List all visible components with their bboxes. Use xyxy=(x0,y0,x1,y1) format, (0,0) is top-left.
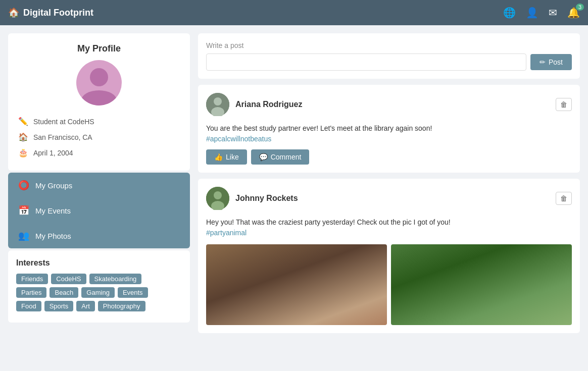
nav-item-my-photos[interactable]: 👥 My Photos xyxy=(8,223,190,248)
tag-skateboarding[interactable]: Skateboarding xyxy=(89,274,142,284)
tag-gaming[interactable]: Gaming xyxy=(81,287,115,298)
user-icon[interactable]: 👤 xyxy=(526,7,538,19)
post-actions-ariana: 👍 Like 💬 Comment xyxy=(206,149,572,165)
events-icon: 📅 xyxy=(18,205,29,216)
post-text-johnny: Hey you! That was the craziest party yes… xyxy=(206,217,572,238)
groups-icon: ⭕ xyxy=(18,180,29,191)
write-post-row: ✏ Post xyxy=(206,54,572,71)
profile-card: My Profile ✏️ Student at CodeHS 🏠 San Fr… xyxy=(8,33,190,171)
tag-codehs[interactable]: CodeHS xyxy=(51,274,86,284)
interests-card: Interests Friends CodeHS Skateboarding P… xyxy=(8,250,190,323)
tag-sports[interactable]: Sports xyxy=(44,301,74,311)
nav-item-my-groups-label: My Groups xyxy=(35,181,72,190)
avatar-body xyxy=(81,90,117,105)
globe-icon[interactable]: 🌐 xyxy=(503,7,516,19)
comment-button-ariana[interactable]: 💬 Comment xyxy=(251,149,310,165)
write-post-label: Write a post xyxy=(206,41,572,49)
post-username-ariana: Ariana Rodriguez xyxy=(235,100,302,109)
occupation-text: Student at CodeHS xyxy=(33,118,94,126)
post-header-ariana: Ariana Rodriguez 🗑 xyxy=(206,93,572,116)
avatar-ariana xyxy=(206,93,229,116)
profile-location: 🏠 San Francisco, CA xyxy=(18,129,180,145)
tag-parties[interactable]: Parties xyxy=(16,287,46,298)
post-images-johnny xyxy=(206,244,572,325)
svg-point-4 xyxy=(214,191,222,199)
home-info-icon: 🏠 xyxy=(18,132,28,142)
location-text: San Francisco, CA xyxy=(33,133,92,141)
tag-food[interactable]: Food xyxy=(16,301,41,311)
post-button-label: Post xyxy=(549,58,563,66)
profile-birthday: 🎂 April 1, 2004 xyxy=(18,145,180,161)
mail-icon[interactable]: ✉ xyxy=(549,7,557,19)
home-icon[interactable]: 🏠 xyxy=(8,7,19,18)
post-button[interactable]: ✏ Post xyxy=(530,54,572,70)
interests-title: Interests xyxy=(16,258,182,268)
tag-events[interactable]: Events xyxy=(118,287,148,298)
post-image-skate xyxy=(391,244,572,325)
tag-friends[interactable]: Friends xyxy=(16,274,48,284)
tag-photography[interactable]: Photography xyxy=(98,301,145,311)
birthday-text: April 1, 2004 xyxy=(33,149,73,157)
tag-beach[interactable]: Beach xyxy=(50,287,78,298)
interests-row-1: Friends CodeHS Skateboarding xyxy=(16,274,182,284)
right-panel: Write a post ✏ Post xyxy=(198,33,580,339)
write-post-card: Write a post ✏ Post xyxy=(198,33,580,79)
nav-item-my-photos-label: My Photos xyxy=(35,232,71,240)
tag-art[interactable]: Art xyxy=(76,301,95,311)
app-brand: 🏠 Digital Footprint xyxy=(8,7,93,18)
photos-icon: 👥 xyxy=(18,230,29,241)
profile-title: My Profile xyxy=(18,43,180,54)
post-image-crowd xyxy=(206,244,387,325)
left-panel: My Profile ✏️ Student at CodeHS 🏠 San Fr… xyxy=(8,33,190,339)
write-post-input[interactable] xyxy=(206,54,526,71)
top-navigation: 🏠 Digital Footprint 🌐 👤 ✉ 🔔 3 xyxy=(0,0,588,25)
interests-row-2: Parties Beach Gaming Events xyxy=(16,287,182,298)
birthday-icon: 🎂 xyxy=(18,148,28,157)
post-user-johnny: Johnny Rockets xyxy=(206,187,298,210)
post-username-johnny: Johnny Rockets xyxy=(235,194,298,203)
hashtag-johnny[interactable]: #partyanimal xyxy=(206,229,247,237)
app-title: Digital Footprint xyxy=(23,8,93,18)
interests-row-3: Food Sports Art Photography xyxy=(16,301,182,311)
pencil-icon: ✏️ xyxy=(18,117,28,126)
nav-item-my-events[interactable]: 📅 My Events xyxy=(8,198,190,223)
nav-menu: ⭕ My Groups 📅 My Events 👥 My Photos xyxy=(8,173,190,248)
comment-icon: 💬 xyxy=(259,153,268,161)
profile-occupation: ✏️ Student at CodeHS xyxy=(18,114,180,129)
thumbsup-icon: 👍 xyxy=(214,153,223,161)
like-button-ariana[interactable]: 👍 Like xyxy=(206,149,247,165)
post-card-ariana: Ariana Rodriguez 🗑 You are the best stud… xyxy=(198,85,580,173)
avatar xyxy=(76,60,122,105)
bell-icon[interactable]: 🔔 3 xyxy=(567,7,580,19)
post-header-johnny: Johnny Rockets 🗑 xyxy=(206,187,572,210)
post-user-ariana: Ariana Rodriguez xyxy=(206,93,302,116)
profile-info: ✏️ Student at CodeHS 🏠 San Francisco, CA… xyxy=(18,114,180,161)
delete-post-johnny-button[interactable]: 🗑 xyxy=(556,192,572,205)
post-icon: ✏ xyxy=(540,58,546,66)
notification-badge: 3 xyxy=(576,4,584,11)
like-label-ariana: Like xyxy=(226,153,239,161)
avatar-johnny xyxy=(206,187,229,210)
delete-post-ariana-button[interactable]: 🗑 xyxy=(556,98,572,111)
post-card-johnny: Johnny Rockets 🗑 Hey you! That was the c… xyxy=(198,179,580,333)
svg-point-1 xyxy=(214,97,222,105)
avatar-head xyxy=(90,68,108,86)
comment-label-ariana: Comment xyxy=(271,153,302,161)
skate-image xyxy=(391,244,572,325)
main-layout: My Profile ✏️ Student at CodeHS 🏠 San Fr… xyxy=(0,25,588,347)
nav-item-my-events-label: My Events xyxy=(35,206,71,215)
hashtag-ariana[interactable]: #apcalcwillnotbeatus xyxy=(206,135,271,143)
nav-item-my-groups[interactable]: ⭕ My Groups xyxy=(8,173,190,198)
post-text-ariana: You are the best study partner ever! Let… xyxy=(206,123,572,144)
crowd-image xyxy=(206,244,387,325)
